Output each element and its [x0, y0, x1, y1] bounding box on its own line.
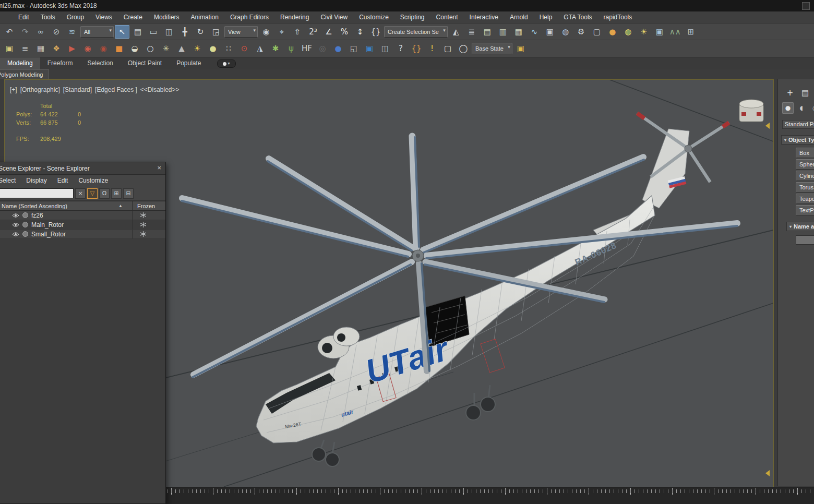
menu-item[interactable]: Arnold [504, 13, 534, 22]
script-icon[interactable]: {} [409, 42, 424, 55]
ribbon-tab-selection[interactable]: Selection [80, 57, 120, 69]
ribbon-tab-modeling[interactable]: Modeling [0, 57, 40, 69]
red-ball-icon[interactable]: ⊙ [237, 42, 252, 55]
menu-item[interactable]: Group [61, 13, 90, 22]
polygon-modeling-panel-tab[interactable]: Polygon Modeling [0, 69, 49, 79]
camera-record-icon[interactable]: ◉ [80, 42, 95, 55]
filter-funnel-icon[interactable]: ▽ [87, 188, 98, 199]
grid-window-icon[interactable]: ⊞ [684, 25, 698, 39]
menu-item[interactable]: Customize [353, 13, 394, 22]
viewport-label-segment[interactable]: <<Disabled>> [140, 86, 179, 93]
clear-search-icon[interactable]: × [75, 188, 86, 199]
menu-item[interactable]: rapidTools [598, 13, 638, 22]
column-header-name[interactable]: Name (Sorted Ascending) [0, 203, 67, 209]
primitive-button[interactable]: Sphere [796, 159, 814, 170]
search-input[interactable] [0, 188, 74, 198]
select-and-manipulate-icon[interactable]: ⌖ [274, 25, 289, 39]
lights-category-icon[interactable]: ◔ [809, 102, 814, 114]
panel-menu-icon[interactable]: ▤ [799, 87, 811, 99]
select-and-rotate-icon[interactable]: ↻ [193, 25, 208, 39]
scene-explorer-menu-item[interactable]: Display [26, 177, 46, 184]
undo-icon[interactable]: ↶ [2, 25, 17, 39]
menu-item[interactable]: Graph Editors [224, 13, 274, 22]
select-and-link-icon[interactable]: ∞ [33, 25, 48, 39]
keyboard-override-icon[interactable]: ⇧ [290, 25, 305, 39]
menu-item[interactable]: Edit [13, 13, 35, 22]
scene-explorer-menu-item[interactable]: Edit [57, 177, 68, 184]
close-icon[interactable]: × [157, 164, 161, 172]
camera-export-icon[interactable]: ◉ [96, 42, 111, 55]
object-type-rollout[interactable]: ▾ Object Type [781, 135, 814, 145]
primitive-button[interactable]: Box [796, 148, 814, 158]
select-and-scale-icon[interactable]: ◲ [209, 25, 223, 39]
snaps-toggle-icon[interactable]: 2³ [306, 25, 320, 39]
menu-item[interactable]: Animation [185, 13, 224, 22]
curve-editor-icon[interactable]: ∿ [527, 25, 542, 39]
ribbon-minimize-control[interactable]: ▾ [217, 59, 236, 68]
blue-sphere-icon[interactable]: ● [331, 42, 345, 55]
reference-coordinate-dropdown[interactable]: View [224, 26, 258, 38]
lightbulb-icon[interactable]: ◍ [621, 25, 636, 39]
scene-object-row[interactable]: Small_Rotor [0, 230, 165, 239]
state-sets-dropdown[interactable]: Base State [472, 43, 512, 54]
spinner-snap-icon[interactable]: ↕ [353, 25, 367, 39]
scene-explorer-menu-item[interactable]: Customize [78, 177, 108, 184]
menu-item[interactable]: Views [90, 13, 118, 22]
column-header-frozen[interactable]: Frozen [137, 203, 155, 209]
blue-bitmap-icon[interactable]: ▣ [362, 42, 377, 55]
sphere-white-icon[interactable]: ○ [143, 42, 158, 55]
menu-item[interactable]: Content [430, 13, 464, 22]
menu-item[interactable]: Help [534, 13, 558, 22]
ribbon-tab-object-paint[interactable]: Object Paint [121, 57, 169, 69]
rectangular-selection-icon[interactable]: ▭ [146, 25, 161, 39]
ribbon-tab-freeform[interactable]: Freeform [40, 57, 80, 69]
alert-icon[interactable]: ! [425, 42, 439, 55]
help-icon[interactable]: ? [393, 42, 408, 55]
sun-icon[interactable]: ☀ [190, 42, 205, 55]
spiky-ball-icon[interactable]: ✳ [159, 42, 173, 55]
hf-icon[interactable]: HF [300, 42, 314, 55]
viewport-label-segment[interactable]: [Edged Faces ] [95, 86, 137, 93]
align-icon[interactable]: ≣ [464, 25, 479, 39]
create-tab-icon[interactable]: + [784, 87, 796, 99]
frozen-snowflake-icon[interactable] [140, 212, 146, 220]
scene-explorer-titlebar[interactable]: Scene Explorer - Scene Explorer × [0, 162, 165, 175]
clapper-icon[interactable]: ▶ [65, 42, 79, 55]
video-camera-icon[interactable]: ▣ [652, 25, 667, 39]
add-column-icon[interactable]: ⊞ [111, 188, 122, 199]
orange-box-icon[interactable]: ■ [112, 42, 126, 55]
torus-icon[interactable]: ◎ [315, 42, 330, 55]
lock-explorer-icon[interactable]: Ω [99, 188, 110, 199]
primitive-button[interactable]: Teapot [796, 194, 814, 204]
primitives-dropdown[interactable]: Standard Primitives [782, 120, 814, 129]
viewport-clip-arrows[interactable] [765, 123, 770, 476]
foliage-icon[interactable]: ∧∧ [668, 25, 683, 39]
list-view-icon[interactable]: ≡ [18, 42, 32, 55]
schematic-view-icon[interactable]: ▣ [543, 25, 557, 39]
unlink-selection-icon[interactable]: ⊘ [49, 25, 64, 39]
menu-item[interactable]: Tools [35, 13, 61, 22]
mirror-icon[interactable]: ◭ [449, 25, 463, 39]
pyramid-icon[interactable]: ◮ [253, 42, 267, 55]
cone-icon[interactable]: ▲ [174, 42, 189, 55]
angle-snap-icon[interactable]: ∠ [321, 25, 336, 39]
named-selection-sets-icon[interactable]: {} [368, 25, 383, 39]
primitive-button[interactable]: Torus [796, 182, 814, 193]
scene-object-row[interactable]: Main_Rotor [0, 220, 165, 230]
visibility-eye-icon[interactable] [12, 232, 20, 237]
select-and-move-icon[interactable]: ╋ [177, 25, 192, 39]
column-options-icon[interactable]: ⊟ [123, 188, 134, 199]
material-editor-icon[interactable]: ◍ [558, 25, 573, 39]
scene-object-row[interactable]: fz26 [0, 211, 165, 220]
viewport-label-segment[interactable]: [+] [10, 86, 17, 93]
render-production-icon[interactable]: ● [605, 25, 620, 39]
menu-item[interactable]: Create [118, 13, 148, 22]
bitmap-icon[interactable]: ▣ [2, 42, 17, 55]
shape-circle-icon[interactable]: ◯ [456, 42, 471, 55]
select-object-icon[interactable]: ↖ [115, 25, 129, 39]
render-setup-icon[interactable]: ⚙ [574, 25, 589, 39]
name-color-rollout[interactable]: ▾ Name and Color [786, 222, 814, 231]
helicopter-model[interactable]: UTair utair RA-06028 Ми-26Т [182, 100, 763, 466]
window-controls-icon[interactable] [802, 2, 810, 10]
redo-icon[interactable]: ↷ [18, 25, 32, 39]
